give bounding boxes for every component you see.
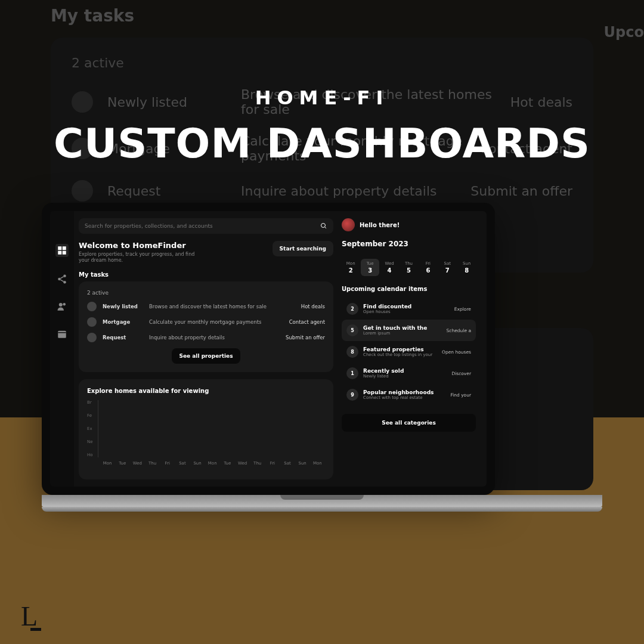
tasks-card: 2 active Newly listed Browse and discove… [79, 281, 333, 372]
svg-point-10 [321, 224, 326, 228]
task-label: Mortgage [103, 319, 143, 325]
bg-tasks-heading: My tasks [51, 6, 593, 26]
explore-title: Explore homes available for viewing [87, 388, 325, 394]
upcoming-badge: 5 [346, 324, 358, 336]
calendar-day[interactable]: Mon2 [342, 259, 360, 276]
svg-rect-3 [63, 251, 66, 255]
task-action[interactable]: Submit an offer [286, 335, 325, 340]
upcoming-item[interactable]: 9 Popular neighborhoodsConnect with top … [342, 384, 476, 405]
svg-point-4 [63, 275, 66, 278]
laptop-mockup: Welcome to HomeFinder Explore properties… [42, 203, 602, 512]
tasks-title: My tasks [79, 271, 333, 278]
upcoming-item[interactable]: 8 Featured propertiesCheck out the top l… [342, 341, 476, 363]
calendar-day[interactable]: Wed4 [380, 259, 398, 276]
upcoming-action[interactable]: Explore [454, 306, 471, 312]
upcoming-badge: 9 [346, 389, 358, 401]
task-avatar [87, 317, 97, 327]
upcoming-action[interactable]: Schedule a [447, 328, 471, 333]
svg-point-7 [59, 303, 63, 306]
users-icon[interactable] [57, 301, 67, 312]
see-all-properties-button[interactable]: See all properties [172, 348, 240, 364]
upcoming-item[interactable]: 5 Get in touch with theLorem ipsum Sched… [342, 320, 476, 341]
upcoming-title: Upcoming calendar items [342, 286, 476, 292]
welcome-title: Welcome to HomeFinder [79, 241, 198, 250]
search-icon[interactable] [320, 222, 327, 230]
sidebar [50, 211, 74, 487]
svg-rect-9 [58, 331, 66, 338]
bg-upcoming-label: Upco [604, 24, 644, 41]
dashboard-icon[interactable] [55, 244, 69, 257]
upcoming-item[interactable]: 2 Find discountedOpen houses Explore [342, 298, 476, 320]
user-greeting: Hello there! [360, 222, 400, 228]
task-desc: Calculate your monthly mortgage payments [149, 319, 283, 325]
svg-point-5 [58, 278, 61, 281]
svg-point-6 [63, 281, 66, 284]
tasks-active-count: 2 active [87, 290, 325, 296]
calendar-day[interactable]: Fri6 [419, 259, 437, 276]
upcoming-badge: 1 [346, 367, 358, 379]
share-icon[interactable] [57, 274, 67, 284]
calendar-title: September 2023 [342, 240, 476, 248]
see-all-categories-button[interactable]: See all categories [342, 414, 476, 432]
search-bar[interactable] [79, 218, 333, 234]
task-row[interactable]: Request Inquire about property details S… [87, 333, 325, 342]
task-label: Request [103, 335, 143, 340]
task-desc: Inquire about property details [149, 335, 280, 340]
upcoming-action[interactable]: Find your [450, 392, 471, 398]
svg-rect-2 [58, 251, 61, 255]
bg-task-row: Request Inquire about property details S… [72, 180, 572, 202]
task-avatar [87, 333, 97, 342]
hero-title: CUSTOM DASHBOARDS [0, 120, 644, 167]
calendar-icon[interactable] [57, 329, 67, 339]
search-input[interactable] [85, 223, 320, 229]
svg-rect-0 [58, 246, 61, 250]
task-action[interactable]: Contact agent [289, 319, 325, 325]
upcoming-badge: 2 [346, 303, 358, 315]
welcome-desc: Explore properties, track your progress,… [79, 252, 198, 264]
svg-rect-1 [63, 246, 66, 250]
svg-point-8 [63, 303, 66, 306]
calendar-day[interactable]: Sat7 [438, 259, 456, 276]
task-avatar [87, 302, 97, 311]
upcoming-action[interactable]: Discover [451, 371, 471, 376]
user-block[interactable]: Hello there! [342, 218, 476, 231]
task-row[interactable]: Newly listed Browse and discover the lat… [87, 302, 325, 311]
explore-chart-card: Explore homes available for viewing BrFe… [79, 379, 333, 479]
upcoming-item[interactable]: 1 Recently soldNewly listed Discover [342, 363, 476, 384]
calendar-day[interactable]: Thu5 [400, 259, 417, 276]
task-desc: Browse and discover the latest homes for… [149, 304, 295, 309]
task-label: Newly listed [103, 304, 143, 309]
start-searching-button[interactable]: Start searching [273, 241, 333, 256]
bg-active-count: 2 active [72, 55, 572, 70]
hero-subtitle: HOME-FI [0, 86, 644, 109]
avatar [342, 218, 355, 231]
calendar-day[interactable]: Tue3 [361, 259, 379, 276]
hero: HOME-FI CUSTOM DASHBOARDS [0, 86, 644, 167]
task-action[interactable]: Hot deals [301, 304, 325, 309]
upcoming-badge: 8 [346, 346, 358, 358]
upcoming-action[interactable]: Open houses [442, 349, 471, 355]
brand-logo: L [21, 600, 38, 632]
task-row[interactable]: Mortgage Calculate your monthly mortgage… [87, 317, 325, 327]
calendar-day[interactable]: Sun8 [458, 259, 476, 276]
